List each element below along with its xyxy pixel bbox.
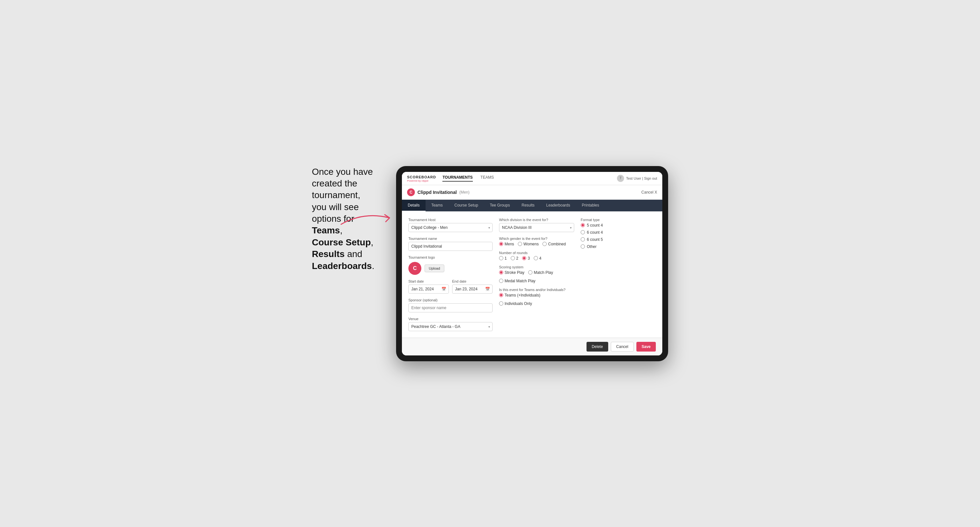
name-group: Tournament name bbox=[408, 237, 493, 251]
tab-nav: Details Teams Course Setup Tee Groups Re… bbox=[402, 200, 662, 211]
gender-combined[interactable]: Combined bbox=[542, 242, 566, 246]
logo-text: SCOREBOARD bbox=[407, 175, 436, 179]
tournament-icon: C bbox=[407, 188, 415, 196]
user-area: T Test User | Sign out bbox=[617, 175, 657, 182]
venue-select[interactable]: Peachtree GC - Atlanta - GA bbox=[408, 322, 493, 331]
form-col-1: Tournament Host Clippd College - Men Tou… bbox=[408, 218, 493, 331]
tab-details[interactable]: Details bbox=[402, 200, 426, 211]
top-bar: SCOREBOARD Powered by clippd TOURNAMENTS… bbox=[402, 172, 662, 185]
scoring-match[interactable]: Match Play bbox=[528, 270, 553, 275]
rounds-label: Number of rounds bbox=[499, 251, 574, 255]
form-col-3: Format type 5 count 4 6 count 4 6 count … bbox=[581, 218, 656, 331]
tournament-title-row: C Clippd Invitational (Men) bbox=[407, 188, 469, 196]
division-label: Which division is the event for? bbox=[499, 218, 574, 222]
teams-label: Is this event for Teams and/or Individua… bbox=[499, 288, 574, 292]
venue-label: Venue bbox=[408, 317, 493, 321]
name-label: Tournament name bbox=[408, 237, 493, 241]
format-5count4[interactable]: 5 count 4 bbox=[581, 223, 656, 227]
rounds-radio-group: 1 2 3 4 bbox=[499, 256, 574, 260]
rounds-3[interactable]: 3 bbox=[522, 256, 530, 260]
tab-results[interactable]: Results bbox=[515, 200, 540, 211]
venue-group: Venue Peachtree GC - Atlanta - GA bbox=[408, 317, 493, 331]
tab-leaderboards[interactable]: Leaderboards bbox=[540, 200, 576, 211]
tournament-gender: (Men) bbox=[459, 190, 469, 195]
arrow-icon bbox=[338, 205, 402, 231]
nav-teams[interactable]: TEAMS bbox=[480, 175, 494, 182]
scoring-medal[interactable]: Medal Match Play bbox=[499, 279, 535, 283]
user-label[interactable]: Test User | Sign out bbox=[626, 176, 657, 180]
tournament-header: C Clippd Invitational (Men) Cancel X bbox=[402, 185, 662, 200]
rounds-2[interactable]: 2 bbox=[511, 256, 519, 260]
name-input[interactable] bbox=[408, 242, 493, 251]
logo-icon: C bbox=[408, 262, 422, 275]
tab-course-setup[interactable]: Course Setup bbox=[449, 200, 484, 211]
save-button[interactable]: Save bbox=[636, 342, 656, 352]
upload-button[interactable]: Upload bbox=[425, 265, 444, 272]
format-6count4[interactable]: 6 count 4 bbox=[581, 230, 656, 235]
end-date-label: End date bbox=[452, 279, 493, 283]
tournament-name: Clippd Invitational bbox=[417, 190, 457, 195]
logo-label: Tournament logo bbox=[408, 256, 493, 259]
individuals-only[interactable]: Individuals Only bbox=[499, 302, 532, 306]
sponsor-group: Sponsor (optional) bbox=[408, 298, 493, 313]
logo-upload-area: C Upload bbox=[408, 262, 493, 275]
format-group: Format type 5 count 4 6 count 4 6 count … bbox=[581, 218, 656, 249]
tab-tee-groups[interactable]: Tee Groups bbox=[484, 200, 515, 211]
nav-tournaments[interactable]: TOURNAMENTS bbox=[442, 175, 473, 182]
scoring-radio-group: Stroke Play Match Play Medal Match Play bbox=[499, 270, 574, 283]
rounds-1[interactable]: 1 bbox=[499, 256, 507, 260]
calendar-icon: 📅 bbox=[441, 287, 446, 291]
host-select[interactable]: Clippd College - Men bbox=[408, 223, 493, 232]
division-group: Which division is the event for? NCAA Di… bbox=[499, 218, 574, 232]
logo-group: Tournament logo C Upload bbox=[408, 256, 493, 275]
host-group: Tournament Host Clippd College - Men bbox=[408, 218, 493, 232]
host-label: Tournament Host bbox=[408, 218, 493, 222]
start-date-group: Start date 📅 bbox=[408, 279, 449, 294]
scoring-label: Scoring system bbox=[499, 265, 574, 269]
rounds-4[interactable]: 4 bbox=[534, 256, 541, 260]
teams-group: Is this event for Teams and/or Individua… bbox=[499, 288, 574, 306]
start-date-label: Start date bbox=[408, 279, 449, 283]
tablet-frame: SCOREBOARD Powered by clippd TOURNAMENTS… bbox=[396, 166, 668, 361]
user-avatar: T bbox=[617, 175, 624, 182]
cancel-button[interactable]: Cancel X bbox=[641, 190, 657, 195]
format-6count5[interactable]: 6 count 5 bbox=[581, 237, 656, 242]
tablet-screen: SCOREBOARD Powered by clippd TOURNAMENTS… bbox=[402, 172, 662, 356]
division-select[interactable]: NCAA Division III bbox=[499, 223, 574, 232]
delete-button[interactable]: Delete bbox=[587, 342, 608, 352]
end-date-group: End date 📅 bbox=[452, 279, 493, 294]
gender-group: Which gender is the event for? Mens Wome… bbox=[499, 237, 574, 246]
teams-radio-group: Teams (+Individuals) Individuals Only bbox=[499, 293, 574, 306]
gender-womens[interactable]: Womens bbox=[518, 242, 539, 246]
sponsor-input[interactable] bbox=[408, 303, 493, 313]
scoring-group: Scoring system Stroke Play Match Play Me… bbox=[499, 265, 574, 283]
cancel-form-button[interactable]: Cancel bbox=[611, 342, 634, 352]
logo-sub: Powered by clippd bbox=[407, 179, 436, 182]
teams-plus[interactable]: Teams (+Individuals) bbox=[499, 293, 540, 297]
format-radio-group: 5 count 4 6 count 4 6 count 5 Other bbox=[581, 223, 656, 249]
calendar-icon-2: 📅 bbox=[485, 287, 490, 291]
rounds-group: Number of rounds 1 2 3 bbox=[499, 251, 574, 260]
form-footer: Delete Cancel Save bbox=[402, 338, 662, 356]
form-col-2: Which division is the event for? NCAA Di… bbox=[499, 218, 574, 331]
logo-area: SCOREBOARD Powered by clippd bbox=[407, 175, 436, 182]
gender-radio-group: Mens Womens Combined bbox=[499, 242, 574, 246]
format-label: Format type bbox=[581, 218, 656, 222]
tab-printables[interactable]: Printables bbox=[576, 200, 605, 211]
gender-mens[interactable]: Mens bbox=[499, 242, 514, 246]
side-text: Once you havecreated thetournament,you w… bbox=[312, 166, 383, 272]
main-nav: TOURNAMENTS TEAMS bbox=[442, 175, 493, 182]
gender-label: Which gender is the event for? bbox=[499, 237, 574, 241]
sponsor-label: Sponsor (optional) bbox=[408, 298, 493, 302]
format-other[interactable]: Other bbox=[581, 244, 656, 249]
tab-teams[interactable]: Teams bbox=[426, 200, 449, 211]
form-area: Tournament Host Clippd College - Men Tou… bbox=[402, 211, 662, 338]
scoring-stroke[interactable]: Stroke Play bbox=[499, 270, 524, 275]
